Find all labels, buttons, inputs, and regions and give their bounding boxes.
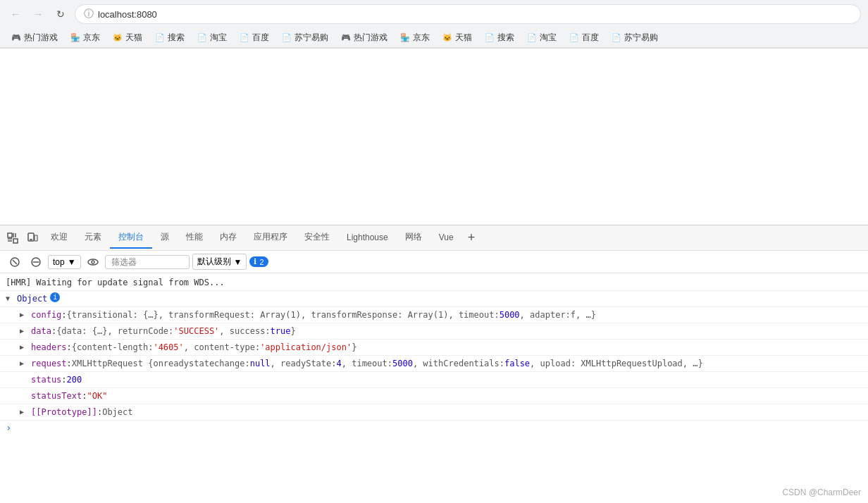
svg-point-13 bbox=[88, 259, 98, 265]
nav-bar: ← → ↻ ⓘ localhost:8080 bbox=[0, 0, 868, 28]
bookmark-item[interactable]: 📄 淘宝 bbox=[192, 30, 232, 45]
bookmark-icon-12: 📄 bbox=[569, 33, 579, 43]
bookmark-item[interactable]: 📄 苏宁易购 bbox=[606, 30, 664, 45]
data-key: data bbox=[31, 325, 51, 337]
bookmark-item[interactable]: 📄 搜索 bbox=[479, 30, 520, 45]
tab-vue[interactable]: Vue bbox=[430, 228, 462, 248]
eye-button[interactable] bbox=[84, 253, 102, 271]
back-button[interactable]: ← bbox=[7, 6, 24, 23]
statustext-value: "OK" bbox=[87, 390, 107, 402]
bookmark-item[interactable]: 🐱 天猫 bbox=[437, 30, 478, 45]
bookmark-icon-6: 📄 bbox=[282, 33, 292, 43]
bookmark-label-3: 搜索 bbox=[168, 32, 185, 44]
inspect-element-button[interactable] bbox=[3, 228, 23, 248]
tab-application[interactable]: 应用程序 bbox=[245, 227, 296, 249]
bookmark-item[interactable]: 📄 搜索 bbox=[149, 30, 190, 45]
device-mode-button[interactable] bbox=[23, 228, 42, 248]
config-value: {transitional: {…}, transformRequest: Ar… bbox=[67, 309, 500, 321]
tab-memory[interactable]: 内存 bbox=[211, 227, 245, 249]
toggle-request-arrow[interactable]: ▶ bbox=[20, 357, 28, 370]
tab-lighthouse[interactable]: Lighthouse bbox=[338, 228, 397, 248]
reload-button[interactable]: ↻ bbox=[52, 6, 69, 23]
svg-rect-0 bbox=[8, 233, 12, 237]
page-content bbox=[0, 49, 868, 225]
object-info-badge: i bbox=[50, 292, 60, 302]
tab-elements[interactable]: 元素 bbox=[76, 227, 110, 249]
tab-console[interactable]: 控制台 bbox=[110, 227, 152, 249]
watermark: CSDN @CharmDeer bbox=[782, 488, 861, 497]
tab-network[interactable]: 网络 bbox=[397, 227, 430, 249]
bookmark-icon-7: 🎮 bbox=[341, 33, 351, 43]
bookmark-label-9: 天猫 bbox=[455, 32, 472, 44]
context-value: top bbox=[53, 257, 65, 267]
headers-key: headers bbox=[31, 341, 67, 354]
console-line-headers: ▶ headers : {content-length: '4605', con… bbox=[0, 340, 868, 356]
devtools-tabs: 欢迎 元素 控制台 源 性能 内存 应用程序 安全性 Lighthouse 网络 bbox=[0, 225, 868, 251]
bookmark-item[interactable]: 🏪 京东 bbox=[395, 30, 435, 45]
bookmark-label-1: 京东 bbox=[83, 32, 100, 44]
toggle-object-arrow[interactable]: ▼ bbox=[6, 292, 14, 305]
tab-sources[interactable]: 源 bbox=[152, 227, 178, 249]
console-line-object: ▼ Object i bbox=[0, 291, 868, 307]
toggle-headers-arrow[interactable]: ▶ bbox=[20, 341, 28, 354]
prompt-arrow: › bbox=[6, 422, 11, 433]
log-level-dropdown-icon: ▼ bbox=[234, 257, 242, 267]
add-tab-button[interactable]: + bbox=[462, 228, 481, 248]
bookmark-item[interactable]: 🏪 京东 bbox=[65, 30, 106, 45]
bookmark-item[interactable]: 📄 百度 bbox=[234, 30, 275, 45]
tab-security[interactable]: 安全性 bbox=[296, 227, 338, 249]
bookmark-item[interactable]: 📄 苏宁易购 bbox=[276, 30, 334, 45]
toggle-config-arrow[interactable]: ▶ bbox=[20, 309, 28, 321]
prototype-value: Object bbox=[102, 406, 132, 418]
bookmark-item[interactable]: 🐱 天猫 bbox=[107, 30, 148, 45]
log-level-value: 默认级别 bbox=[197, 256, 231, 268]
bookmark-icon-10: 📄 bbox=[485, 33, 495, 43]
bookmark-item[interactable]: 📄 百度 bbox=[564, 30, 604, 45]
forward-button[interactable]: → bbox=[30, 6, 46, 23]
bookmark-label-12: 百度 bbox=[582, 32, 599, 44]
bookmark-icon-9: 🐱 bbox=[442, 33, 452, 43]
request-key: request bbox=[31, 357, 67, 370]
console-line-statustext: statusText : "OK" bbox=[0, 388, 868, 404]
status-value: 200 bbox=[67, 373, 82, 386]
bookmark-icon-4: 📄 bbox=[197, 33, 207, 43]
context-dropdown-icon: ▼ bbox=[68, 257, 76, 267]
headers-value: {content-length: bbox=[72, 341, 154, 354]
bookmark-label-7: 热门游戏 bbox=[354, 32, 388, 44]
config-key: config bbox=[31, 309, 61, 321]
console-toolbar: top ▼ 默认级别 ▼ ℹ 2 bbox=[0, 251, 868, 273]
filter-input[interactable] bbox=[105, 255, 190, 269]
prototype-key: [[Prototype]] bbox=[31, 406, 97, 418]
browser-chrome: ← → ↻ ⓘ localhost:8080 🎮 热门游戏 🏪 京东 🐱 天猫 … bbox=[0, 0, 868, 49]
data-value: {data: {…}, returnCode: bbox=[56, 325, 173, 337]
object-label: Object bbox=[17, 292, 47, 305]
bookmark-icon-11: 📄 bbox=[527, 33, 537, 43]
toggle-data-arrow[interactable]: ▶ bbox=[20, 325, 28, 337]
bookmark-label-0: 热门游戏 bbox=[24, 32, 58, 44]
bookmark-item[interactable]: 🎮 热门游戏 bbox=[6, 30, 63, 45]
log-level-selector[interactable]: 默认级别 ▼ bbox=[192, 254, 247, 270]
block-icon-button[interactable] bbox=[27, 253, 45, 271]
bookmark-item[interactable]: 📄 淘宝 bbox=[521, 30, 562, 45]
console-line-config: ▶ config : {transitional: {…}, transform… bbox=[0, 307, 868, 323]
tab-welcome[interactable]: 欢迎 bbox=[42, 227, 76, 249]
clear-console-button[interactable] bbox=[6, 253, 24, 271]
bookmark-icon-3: 📄 bbox=[155, 33, 165, 43]
bookmark-label-6: 苏宁易购 bbox=[294, 32, 328, 44]
bookmark-label-11: 淘宝 bbox=[540, 32, 557, 44]
console-prompt[interactable]: › bbox=[0, 421, 868, 435]
context-selector[interactable]: top ▼ bbox=[48, 255, 81, 269]
tab-performance[interactable]: 性能 bbox=[178, 227, 211, 249]
bookmark-label-2: 天猫 bbox=[125, 32, 142, 44]
request-value: XMLHttpRequest {onreadystatechange: bbox=[72, 357, 250, 370]
url-text: localhost:8080 bbox=[98, 9, 157, 20]
console-output: [HMR] Waiting for update signal from WDS… bbox=[0, 273, 868, 503]
devtools-panel: 欢迎 元素 控制台 源 性能 内存 应用程序 安全性 Lighthouse 网络 bbox=[0, 225, 868, 503]
hmr-text: [HMR] Waiting for update signal from WDS… bbox=[6, 276, 225, 289]
badge-count: 2 bbox=[259, 258, 264, 266]
bookmark-item[interactable]: 🎮 热门游戏 bbox=[335, 30, 393, 45]
address-bar[interactable]: ⓘ localhost:8080 bbox=[75, 4, 861, 24]
error-badge[interactable]: ℹ 2 bbox=[249, 256, 268, 267]
info-icon: ⓘ bbox=[84, 8, 94, 20]
toggle-prototype-arrow[interactable]: ▶ bbox=[20, 406, 28, 418]
